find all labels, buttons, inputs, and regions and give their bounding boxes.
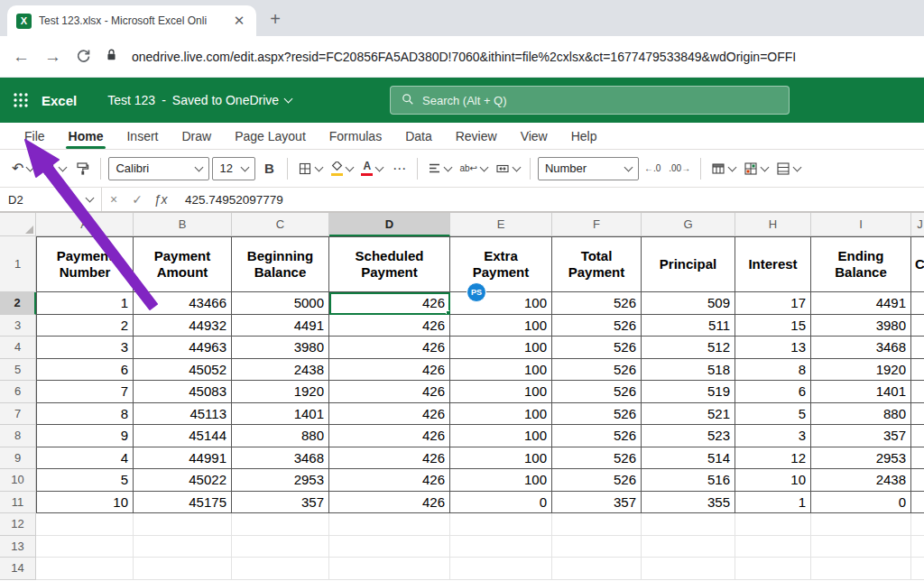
cell-H11[interactable]: 1 (735, 492, 811, 514)
cell-B13[interactable] (134, 536, 232, 558)
cell-H12[interactable] (735, 513, 811, 536)
tab-insert[interactable]: Insert (115, 123, 170, 149)
document-title-area[interactable]: Test 123 - Saved to OneDrive (107, 93, 291, 107)
cell-G8[interactable]: 523 (642, 425, 735, 447)
fill-color-button[interactable] (328, 155, 356, 182)
cell-H2[interactable]: 17 (735, 292, 811, 315)
enter-icon[interactable]: ✓ (125, 192, 149, 207)
row-header-12[interactable]: 12 (0, 513, 36, 536)
row-header-7[interactable]: 7 (0, 403, 36, 426)
fill-handle[interactable] (446, 310, 450, 315)
cell-C3[interactable]: 4491 (232, 315, 329, 337)
row-header-6[interactable]: 6 (0, 381, 36, 403)
cell-D1[interactable]: Scheduled Payment (329, 236, 450, 292)
column-header-J[interactable]: J (911, 213, 924, 236)
cell-G11[interactable]: 355 (642, 492, 735, 514)
font-color-button[interactable]: A (358, 155, 385, 182)
cell-E14[interactable] (450, 558, 552, 580)
cell-E4[interactable]: 100 (450, 337, 552, 359)
cell-I6[interactable]: 1401 (811, 381, 911, 403)
cell-A6[interactable]: 7 (36, 381, 134, 403)
cell-D5[interactable]: 426 (329, 359, 450, 382)
cell-J8[interactable] (911, 425, 924, 447)
row-header-8[interactable]: 8 (0, 425, 36, 447)
forward-icon[interactable]: → (44, 48, 61, 65)
cell-A13[interactable] (36, 536, 134, 558)
cell-J5[interactable] (911, 359, 924, 382)
cell-E6[interactable]: 100 (450, 381, 552, 403)
bold-button[interactable]: B (258, 155, 280, 182)
paste-button[interactable] (39, 155, 69, 182)
name-box[interactable]: D2 (0, 188, 101, 211)
cell-B9[interactable]: 44991 (134, 447, 232, 470)
cell-D4[interactable]: 426 (329, 337, 450, 359)
cell-J7[interactable] (911, 403, 924, 426)
cell-E12[interactable] (450, 513, 552, 536)
cell-H10[interactable]: 10 (735, 469, 811, 492)
cell-D11[interactable]: 426 (329, 492, 450, 514)
cell-I2[interactable]: 4491 (811, 292, 911, 315)
cell-J9[interactable] (911, 447, 924, 470)
cell-B14[interactable] (134, 558, 232, 580)
cell-C2[interactable]: 5000 (232, 292, 329, 315)
cell-G2[interactable]: 509 (642, 292, 735, 315)
cell-B5[interactable]: 45052 (134, 359, 232, 382)
cell-D3[interactable]: 426 (329, 315, 450, 337)
cell-I8[interactable]: 357 (811, 425, 911, 447)
cell-F6[interactable]: 526 (552, 381, 642, 403)
row-header-1[interactable]: 1 (0, 236, 36, 292)
cell-I1[interactable]: Ending Balance (811, 236, 911, 292)
url-text[interactable]: onedrive.live.com/edit.aspx?resid=FC2085… (132, 50, 911, 64)
cell-D6[interactable]: 426 (329, 381, 450, 403)
cell-I5[interactable]: 1920 (811, 359, 911, 382)
cell-G6[interactable]: 519 (642, 381, 735, 403)
cell-B4[interactable]: 44963 (134, 337, 232, 359)
new-tab-button[interactable]: + (262, 5, 289, 32)
borders-button[interactable] (295, 155, 325, 182)
app-name[interactable]: Excel (42, 93, 77, 108)
cell-J14[interactable] (911, 558, 924, 580)
cell-A7[interactable]: 8 (36, 403, 134, 426)
cell-C5[interactable]: 2438 (232, 359, 329, 382)
column-header-I[interactable]: I (811, 213, 911, 236)
cell-H4[interactable]: 13 (735, 337, 811, 359)
cell-H9[interactable]: 12 (735, 447, 811, 470)
cell-G12[interactable] (642, 513, 735, 536)
cell-A5[interactable]: 6 (36, 359, 134, 382)
cell-E5[interactable]: 100 (450, 359, 552, 382)
cell-D7[interactable]: 426 (329, 403, 450, 426)
cell-E8[interactable]: 100 (450, 425, 552, 447)
cell-A4[interactable]: 3 (36, 337, 134, 359)
cell-J10[interactable] (911, 469, 924, 492)
font-size-select[interactable]: 12 (212, 157, 255, 180)
decrease-decimal-button[interactable]: .00→ (666, 155, 693, 182)
cell-A9[interactable]: 4 (36, 447, 134, 470)
cell-B7[interactable]: 45113 (134, 403, 232, 426)
tab-draw[interactable]: Draw (170, 123, 223, 149)
cell-I13[interactable] (811, 536, 911, 558)
column-header-B[interactable]: B (134, 213, 232, 236)
cell-A10[interactable]: 5 (36, 469, 134, 492)
cell-I10[interactable]: 2438 (811, 469, 911, 492)
more-font-options-button[interactable]: ⋯ (388, 155, 410, 182)
cell-B2[interactable]: 43466 (134, 292, 232, 315)
cell-D10[interactable]: 426 (329, 469, 450, 492)
cell-I14[interactable] (811, 558, 911, 580)
cell-G1[interactable]: Principal (642, 236, 735, 292)
cell-B3[interactable]: 44932 (134, 315, 232, 337)
column-header-C[interactable]: C (232, 213, 329, 236)
increase-decimal-button[interactable]: ←.0 (642, 155, 663, 182)
tab-help[interactable]: Help (559, 123, 609, 149)
cell-E9[interactable]: 100 (450, 447, 552, 470)
cell-F12[interactable] (552, 513, 642, 536)
cell-D2[interactable]: 426 (329, 292, 450, 315)
cell-G9[interactable]: 514 (642, 447, 735, 470)
cell-C10[interactable]: 2953 (232, 469, 329, 492)
cell-J11[interactable] (911, 492, 924, 514)
column-header-A[interactable]: A (36, 213, 134, 236)
cell-C14[interactable] (232, 558, 329, 580)
cell-A14[interactable] (36, 558, 134, 580)
cell-D14[interactable] (329, 558, 450, 580)
back-icon[interactable]: ← (13, 48, 30, 65)
cell-J1[interactable]: C (911, 236, 924, 292)
